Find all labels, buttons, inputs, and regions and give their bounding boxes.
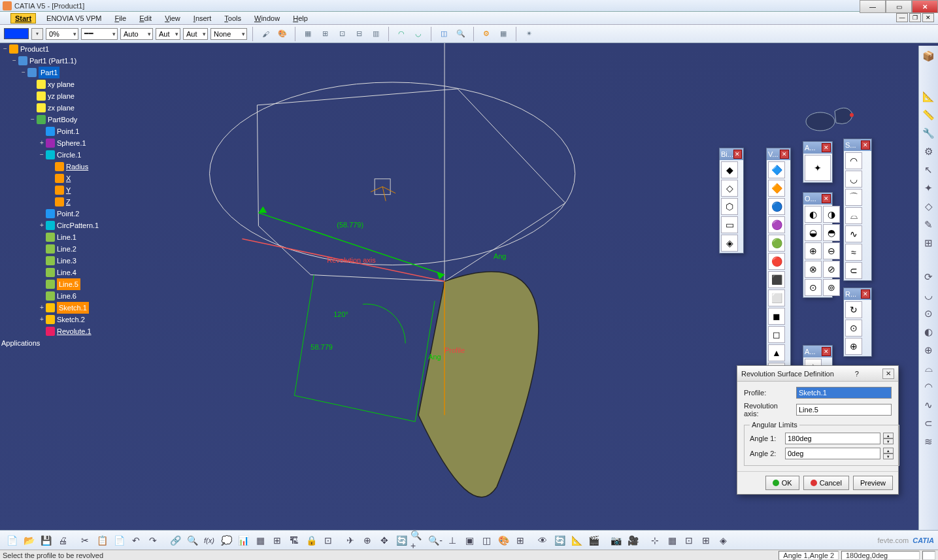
- dialog-close-icon[interactable]: ✕: [882, 369, 894, 379]
- paste-icon[interactable]: 📄: [111, 533, 127, 548]
- tool-icon[interactable]: ✦: [921, 180, 937, 196]
- tool-icon[interactable]: ◐: [805, 206, 822, 223]
- tool-icon[interactable]: ◠: [921, 379, 937, 395]
- tool-icon[interactable]: ▲: [768, 344, 785, 361]
- arrow-icon[interactable]: ↖: [921, 162, 937, 178]
- tool-icon[interactable]: 🔍: [184, 533, 200, 548]
- dialog-header[interactable]: Revolution Surface Definition ? ✕: [737, 366, 898, 382]
- hide-icon[interactable]: 👁: [535, 533, 550, 548]
- tool-icon[interactable]: ▦: [252, 533, 268, 548]
- tree-revolute1[interactable]: Revolute.1: [57, 325, 92, 337]
- tool-icon[interactable]: ◼: [768, 308, 785, 325]
- tool-icon[interactable]: ◻: [768, 326, 785, 343]
- tree-partbody[interactable]: PartBody: [48, 114, 77, 125]
- wire-icon[interactable]: ⊞: [512, 533, 528, 548]
- close-button[interactable]: ✕: [912, 0, 938, 13]
- tree-yz-plane[interactable]: yz plane: [48, 90, 75, 102]
- tool-icon[interactable]: ∿: [845, 225, 862, 242]
- auto2-dropdown[interactable]: Aut: [156, 28, 180, 40]
- close-icon[interactable]: ✕: [822, 143, 831, 152]
- print-icon[interactable]: 🖨: [55, 533, 71, 548]
- axis-input[interactable]: [796, 404, 892, 416]
- profile-input[interactable]: [796, 387, 892, 399]
- tool-icon[interactable]: ◈: [721, 235, 738, 252]
- tool-icon[interactable]: ⟳: [921, 269, 937, 285]
- tool-icon[interactable]: 🔴: [768, 253, 785, 270]
- open-icon[interactable]: 📂: [21, 533, 37, 548]
- tool-icon[interactable]: ◡: [845, 171, 862, 188]
- iso-icon[interactable]: ◫: [478, 533, 494, 548]
- auto1-dropdown[interactable]: Auto: [120, 28, 153, 40]
- tree-point1[interactable]: Point.1: [57, 125, 79, 137]
- none-dropdown[interactable]: None: [210, 28, 247, 40]
- pattern-icon[interactable]: ⊡: [335, 27, 349, 41]
- tool-icon[interactable]: 🔷: [768, 161, 785, 178]
- tree-part[interactable]: Part1: [39, 67, 59, 78]
- auto3-dropdown[interactable]: Aut: [183, 28, 208, 40]
- tool-icon[interactable]: ⊡: [320, 533, 336, 548]
- tool-icon[interactable]: ◑: [823, 206, 840, 223]
- brush-icon[interactable]: 🖌: [258, 27, 273, 41]
- mirror-icon[interactable]: ⊟: [352, 27, 366, 41]
- close-icon[interactable]: ✕: [861, 140, 870, 150]
- tool-icon[interactable]: ◇: [921, 199, 937, 214]
- zoom-out-icon[interactable]: 🔍-: [427, 533, 443, 548]
- close-icon[interactable]: ✕: [733, 150, 742, 159]
- palette-icon[interactable]: 🎨: [275, 27, 290, 41]
- tree-z[interactable]: Z: [66, 196, 71, 208]
- tool-icon[interactable]: ⌓: [845, 207, 862, 224]
- tool-icon[interactable]: ⊙: [921, 306, 937, 321]
- tree-line3[interactable]: Line.3: [57, 255, 76, 267]
- tree-point2[interactable]: Point.2: [57, 208, 79, 220]
- undo-arc-icon[interactable]: ◠: [394, 27, 409, 41]
- tool-icon[interactable]: ⬜: [768, 289, 785, 306]
- tool-icon[interactable]: 🔒: [303, 533, 319, 548]
- tool-icon[interactable]: ✦: [805, 155, 831, 181]
- box-icon[interactable]: ◫: [437, 27, 451, 41]
- zoom-in-icon[interactable]: 🔍+: [410, 533, 426, 548]
- angle2-input[interactable]: [785, 448, 880, 459]
- tool-icon[interactable]: ⊕: [921, 342, 937, 358]
- grid-icon[interactable]: ▦: [496, 27, 511, 41]
- menu-tools[interactable]: Tools: [218, 13, 248, 24]
- close-icon[interactable]: ✕: [822, 194, 831, 203]
- tree-y[interactable]: Y: [66, 184, 71, 196]
- tool-icon[interactable]: ⊂: [845, 262, 862, 279]
- tool-icon[interactable]: ⊗: [805, 261, 822, 278]
- rotate-icon[interactable]: 🔄: [394, 533, 409, 548]
- tool-icon[interactable]: ⊞: [269, 533, 285, 548]
- tool-icon[interactable]: 🎬: [586, 533, 601, 548]
- tool-icon[interactable]: ⊡: [681, 533, 697, 548]
- tree-sphere1[interactable]: Sphere.1: [57, 137, 86, 149]
- palette-o[interactable]: O...✕ ◐◑ ◒◓ ⊕⊖ ⊗⊘ ⊙⊚: [803, 192, 833, 298]
- minimize-button[interactable]: —: [860, 0, 886, 13]
- close-icon[interactable]: ✕: [822, 347, 831, 356]
- tool-icon[interactable]: ◆: [721, 161, 738, 178]
- tree-line2[interactable]: Line.2: [57, 243, 76, 255]
- tree-line6[interactable]: Line.6: [57, 290, 76, 302]
- tool-icon[interactable]: 🔶: [768, 180, 785, 197]
- tool-icon[interactable]: ⬛: [768, 271, 785, 288]
- tree-circpattern[interactable]: CircPattern.1: [57, 220, 99, 231]
- fx-icon[interactable]: f(x): [201, 533, 217, 548]
- tool-icon[interactable]: ≋: [921, 434, 937, 450]
- tree-zx-plane[interactable]: zx plane: [48, 102, 75, 114]
- tool-icon[interactable]: ⊚: [823, 279, 840, 296]
- palette-bi[interactable]: Bi...✕ ◆ ◇ ⬡ ▭ ◈: [719, 148, 744, 254]
- tool-icon[interactable]: ⊞: [698, 533, 714, 548]
- tool-icon[interactable]: ◠: [845, 152, 862, 169]
- tool-icon[interactable]: ⊘: [823, 261, 840, 278]
- tree-circle1[interactable]: Circle.1: [57, 149, 81, 161]
- tool-icon[interactable]: ⊙: [845, 320, 862, 337]
- linetype-dropdown[interactable]: ━━: [81, 28, 118, 40]
- tool-icon[interactable]: 🔧: [921, 125, 937, 141]
- menu-window[interactable]: Window: [248, 13, 286, 24]
- help-icon[interactable]: ?: [855, 370, 859, 378]
- view-icon[interactable]: ▣: [461, 533, 477, 548]
- constraint-icon[interactable]: ▦: [301, 27, 315, 41]
- palette-r[interactable]: R...✕ ↻⊙ ⊕: [843, 288, 872, 357]
- angle1-spinner[interactable]: ▴▾: [883, 433, 894, 444]
- tool-icon[interactable]: ↻: [845, 301, 862, 318]
- tree-line1[interactable]: Line.1: [57, 231, 76, 243]
- tree-sketch2[interactable]: Sketch.2: [57, 314, 85, 325]
